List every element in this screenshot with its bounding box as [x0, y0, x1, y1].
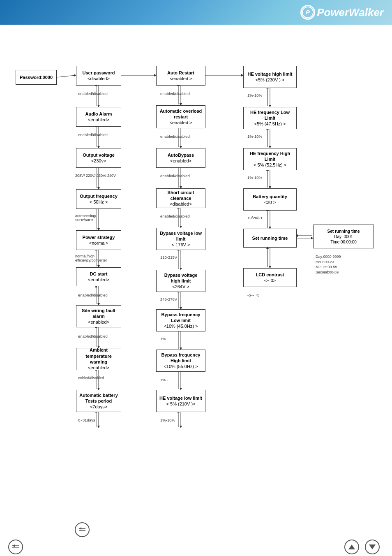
label-enabled-disabled-6: enabled/disabled [160, 91, 190, 96]
audio-alarm-title: Audio Alarm [85, 111, 112, 117]
he-volt-high-box: HE voltage high limit <5% (230V ) > [243, 66, 297, 88]
short-circuit-box: Short circuit clearance <disabled> [156, 188, 205, 208]
set-running-time-box: Set running time [243, 229, 297, 248]
diagram-area: Password:0000 User password <disabled> e… [0, 29, 392, 514]
svg-marker-57 [79, 527, 81, 530]
auto-battery-value: <7days> [90, 404, 107, 410]
auto-battery-title: Automatic battery Tests period [79, 392, 118, 404]
output-frequency-title: Output frequency [80, 193, 118, 199]
label-1pct-10pct-2: 1%-10% [247, 93, 262, 97]
set-running-time-detail-box: Set running time Day: 0001 Time:00:00:00 [313, 225, 374, 248]
power-strategy-value: <normal> [89, 240, 108, 246]
he-volt-low-box: HE voltage low limit < 5% (210V )> [156, 390, 205, 412]
label-110-215: 110-215V [160, 255, 177, 259]
label-autosensing: autosensing/ 50Hz/60Hz [75, 214, 96, 222]
logo: P PowerWalker [300, 5, 384, 20]
he-freq-high-title: HE frequency High Limit [246, 151, 294, 162]
label-enabled-disabled-4: enabled/disabled [78, 334, 108, 338]
he-volt-high-value: <5% (230V ) > [256, 77, 285, 83]
site-wiring-value: <enabled> [88, 319, 109, 325]
bypass-freq-low-title: Bypass frequency Low limit [159, 312, 203, 324]
user-password-title: User password [83, 70, 115, 76]
bottom-section [0, 514, 392, 556]
he-freq-low-title: HE frequency Low Limit [246, 109, 294, 121]
autobypass-box: AutoBypass <enabled> [156, 148, 205, 168]
battery-quantity-value: <20 > [264, 199, 276, 205]
power-strategy-title: Power strategy [83, 234, 115, 240]
label-enabled-disabled-2: enabled/disabled [78, 132, 108, 137]
power-strategy-box: Power strategy <normal> [76, 230, 121, 250]
set-running-time-detail-title: Set running time [327, 229, 360, 234]
ambient-temp-title: Ambient temperature warning [79, 347, 118, 365]
battery-quantity-box: Battery quantity <20 > [243, 188, 297, 211]
auto-restart-box: Auto Restart <enabled > [156, 66, 205, 86]
output-frequency-value: < 50Hz > [90, 199, 108, 205]
lcd-contrast-value: <+ 0> [264, 278, 276, 283]
autobypass-value: <enabled> [170, 158, 191, 164]
auto-overload-value: <enabled > [169, 120, 192, 125]
svg-marker-60 [12, 544, 15, 547]
label-voltage-options: 208V/ 220V/ 230V/ 240V [75, 174, 116, 178]
password-box: Password:0000 [16, 70, 57, 85]
bypass-freq-high-value: <10% (55.0Hz) > [164, 364, 198, 369]
ambient-temp-value: <enabled> [88, 365, 109, 371]
label-245-276: 245-276V [160, 297, 177, 301]
set-running-time-title: Set running time [252, 235, 288, 241]
label-1pct-10pct-3: 1%-10% [247, 134, 262, 139]
battery-quantity-title: Battery quantity [253, 194, 287, 199]
bypass-volt-high-value: <264V > [172, 284, 189, 290]
svg-line-4 [57, 75, 75, 77]
bottom-right-icon-down[interactable] [365, 540, 380, 554]
svg-marker-62 [369, 544, 376, 549]
logo-icon: P [300, 5, 315, 20]
bottom-right-icon-up[interactable] [344, 540, 359, 554]
label-enabled-disabled-1: enabled/disabled [78, 91, 108, 96]
bypass-volt-high-box: Bypass voltage high limit <264V > [156, 270, 205, 292]
label-enabled-disabled-3: enabled/disabled [78, 293, 108, 297]
label-1pct-10pct-4: 1%-10% [247, 175, 262, 180]
label-minus5-plus5: -5～+5 [247, 293, 259, 298]
he-volt-high-title: HE voltage high limit [248, 71, 293, 77]
bypass-freq-high-box: Bypass frequency High limit <10% (55.0Hz… [156, 350, 205, 372]
he-freq-high-value: < 5% (52.5Hz) > [254, 162, 286, 168]
svg-marker-61 [348, 544, 355, 549]
audio-alarm-box: Audio Alarm <enabled> [76, 107, 121, 127]
site-wiring-title: Site wiring fault alarm [79, 308, 118, 320]
dc-start-value: <enabled> [88, 277, 109, 283]
auto-restart-value: <enabled > [169, 76, 192, 81]
dc-start-title: DC start [90, 271, 108, 277]
output-voltage-value: <230v> [91, 158, 106, 164]
output-voltage-box: Output voltage <230v> [76, 148, 121, 168]
label-enabled-disabled-7: enabled/disabled [160, 134, 190, 139]
user-password-box: User password <disabled> [76, 66, 121, 86]
auto-battery-box: Automatic battery Tests period <7days> [76, 390, 121, 412]
running-time-ranges: Day:0000-9999 Hour:00-23 Minute:00-59 Se… [316, 254, 341, 275]
bypass-volt-high-title: Bypass voltage high limit [159, 272, 203, 284]
auto-restart-title: Auto Restart [167, 70, 194, 76]
output-frequency-box: Output frequency < 50Hz > [76, 189, 121, 209]
dc-start-box: DC start <enabled> [76, 267, 121, 286]
bypass-volt-low-box: Bypass voltage low limit < 176V > [156, 228, 205, 250]
he-volt-low-value: < 5% (210V )> [166, 401, 196, 407]
lcd-contrast-title: LCD contrast [256, 272, 284, 278]
bottom-left-icon-1[interactable] [75, 522, 90, 537]
user-password-value: <disabled> [88, 76, 110, 81]
label-enabled-disabled-9: enabled/disabled [160, 214, 190, 218]
label-normal-high: normal/high efficiency/converter [75, 254, 107, 262]
svg-text:P: P [306, 9, 310, 16]
short-circuit-title: Short circuit clearance [159, 190, 203, 202]
lcd-contrast-box: LCD contrast <+ 0> [243, 268, 297, 287]
label-19-20-21: 19/20/21 [247, 215, 263, 220]
audio-alarm-value: <enabled> [88, 117, 109, 123]
site-wiring-box: Site wiring fault alarm <enabled> [76, 305, 121, 327]
label-1pct-10pct-1: 1%-10% [160, 418, 175, 422]
header: P PowerWalker [0, 0, 392, 25]
set-running-time-detail-time: Time:00:00:00 [330, 239, 357, 245]
bypass-freq-low-value: <10% (45.0Hz) > [164, 323, 198, 329]
bypass-volt-low-title: Bypass voltage low limit [159, 230, 203, 242]
auto-overload-box: Automatic overload restart <enabled > [156, 105, 205, 128]
bypass-freq-low-box: Bypass frequency Low limit <10% (45.0Hz)… [156, 309, 205, 331]
bottom-left-icon-2[interactable] [8, 540, 23, 554]
label-enabled-disabled-5: enbled/disabled [78, 376, 104, 380]
output-voltage-title: Output voltage [83, 152, 115, 158]
